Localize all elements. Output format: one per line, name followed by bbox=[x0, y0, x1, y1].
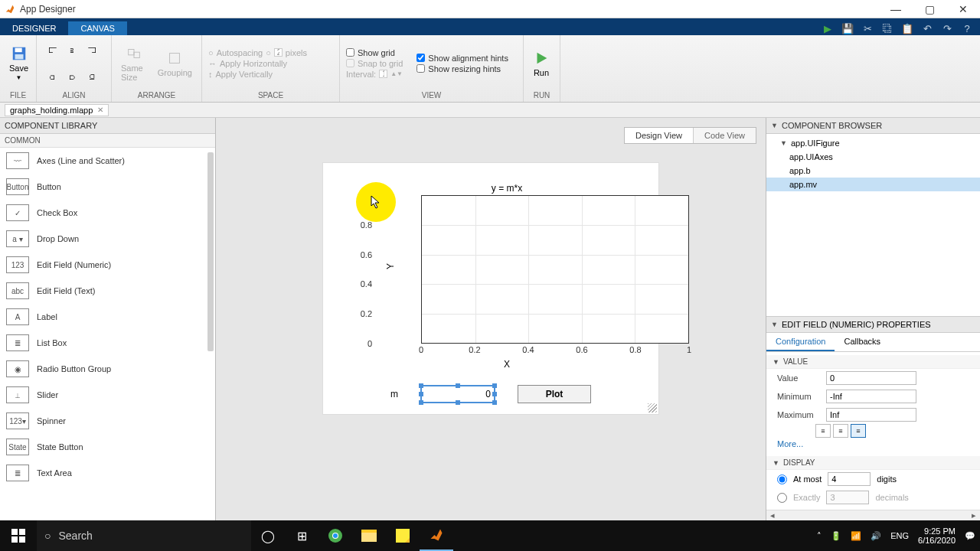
component-item[interactable]: ≣Text Area bbox=[0, 460, 215, 486]
horizontal-scrollbar[interactable]: ◂▸ bbox=[766, 510, 980, 520]
more-link[interactable]: More... bbox=[766, 438, 980, 450]
cut-icon[interactable]: ✂ bbox=[861, 21, 874, 35]
notifications-icon[interactable]: 💬 bbox=[965, 531, 975, 541]
save-icon[interactable]: 💾 bbox=[841, 21, 854, 35]
component-item[interactable]: 123▾Spinner bbox=[0, 408, 215, 434]
svg-point-12 bbox=[333, 533, 338, 538]
component-icon: ≣ bbox=[6, 334, 29, 351]
align-hints-checkbox[interactable]: Show alignment hints bbox=[416, 54, 508, 63]
exactly-radio[interactable]: Exactly decimals bbox=[766, 488, 980, 507]
component-item[interactable]: StateState Button bbox=[0, 434, 215, 460]
scrollbar-thumb[interactable] bbox=[207, 152, 214, 351]
code-view-tab[interactable]: Code View bbox=[694, 128, 756, 143]
tree-item-selected[interactable]: app.mv bbox=[766, 178, 980, 191]
component-icon: State bbox=[6, 439, 29, 455]
atmost-input[interactable] bbox=[828, 472, 871, 486]
component-item[interactable]: ◉Radio Button Group bbox=[0, 356, 215, 382]
component-icon: 123 bbox=[6, 256, 29, 273]
component-item[interactable]: ALabel bbox=[0, 304, 215, 330]
resize-handle-icon[interactable] bbox=[648, 403, 657, 412]
autospacing-radio: ○Autospacing ○ pixels bbox=[208, 48, 307, 57]
save-button[interactable]: Save▼ bbox=[6, 44, 31, 83]
align-right-button[interactable]: ⫎ bbox=[83, 41, 101, 59]
design-view-tab[interactable]: Design View bbox=[625, 128, 694, 143]
wifi-icon[interactable]: 📶 bbox=[851, 531, 861, 541]
align-text-left-button[interactable]: ≡ bbox=[815, 424, 831, 438]
copy-icon[interactable]: ⿻ bbox=[880, 21, 894, 35]
component-item[interactable]: ButtonButton bbox=[0, 174, 215, 200]
maximize-button[interactable]: ▢ bbox=[913, 0, 946, 18]
run-icon[interactable]: ▶ bbox=[821, 21, 835, 35]
maximum-input[interactable] bbox=[826, 408, 916, 422]
align-text-right-button[interactable]: ≡ bbox=[851, 424, 866, 438]
align-center-h-button[interactable]: ⫆ bbox=[63, 41, 81, 59]
paste-icon[interactable]: 📋 bbox=[900, 21, 914, 35]
svg-rect-5 bbox=[170, 53, 180, 63]
minimize-button[interactable]: — bbox=[879, 0, 913, 18]
x-tick: 0 bbox=[419, 345, 423, 354]
show-grid-checkbox[interactable]: Show grid bbox=[346, 48, 403, 57]
battery-icon[interactable]: 🔋 bbox=[831, 531, 841, 541]
component-item[interactable]: ⟂Slider bbox=[0, 382, 215, 408]
x-tick: 1 bbox=[687, 345, 691, 354]
align-top-button[interactable]: ⫏ bbox=[43, 67, 61, 86]
task-view-icon[interactable]: ⊞ bbox=[285, 520, 318, 551]
tab-callbacks[interactable]: Callbacks bbox=[835, 333, 890, 351]
grouping-button[interactable]: Grouping bbox=[155, 48, 195, 79]
align-center-v-button[interactable]: ⫐ bbox=[63, 67, 81, 86]
y-tick: 0.8 bbox=[361, 220, 372, 230]
tree-item[interactable]: app.b bbox=[766, 164, 980, 178]
component-item[interactable]: a ▾Drop Down bbox=[0, 226, 215, 252]
align-left-button[interactable]: ⫍ bbox=[43, 41, 61, 59]
toolstrip: Save▼ FILE ⫍ ⫆ ⫎ ⫏ ⫐ ⫑ ALIGN Same Size G… bbox=[0, 35, 980, 103]
component-icon: ≣ bbox=[6, 465, 29, 481]
uiaxes[interactable]: y = m*x Y X 00.20.40.60.8100.20.40.60.81 bbox=[369, 171, 645, 354]
run-button[interactable]: Run bbox=[530, 48, 553, 79]
apply-vertical-button: ↕ Apply Vertically bbox=[208, 70, 307, 79]
explorer-icon[interactable] bbox=[352, 520, 386, 551]
help-icon[interactable]: ? bbox=[960, 21, 974, 35]
value-input[interactable] bbox=[826, 371, 916, 385]
svg-rect-4 bbox=[134, 52, 139, 57]
tab-designer[interactable]: DESIGNER bbox=[0, 21, 68, 35]
component-item[interactable]: abcEdit Field (Text) bbox=[0, 278, 215, 304]
component-item[interactable]: ≣List Box bbox=[0, 330, 215, 356]
tab-configuration[interactable]: Configuration bbox=[766, 333, 835, 351]
close-file-icon[interactable]: ✕ bbox=[97, 106, 103, 114]
clock[interactable]: 9:25 PM6/16/2020 bbox=[918, 527, 956, 545]
minimum-input[interactable] bbox=[826, 390, 916, 403]
component-icon: abc bbox=[6, 282, 29, 299]
start-button[interactable] bbox=[0, 520, 37, 551]
same-size-button[interactable]: Same Size bbox=[118, 44, 150, 83]
cortana-icon[interactable]: ◯ bbox=[251, 520, 285, 551]
tree-item[interactable]: ▼app.UIFigure bbox=[766, 136, 980, 150]
component-item[interactable]: ✓Check Box bbox=[0, 200, 215, 226]
language-indicator[interactable]: ENG bbox=[890, 531, 909, 540]
component-item[interactable]: 〰Axes (Line and Scatter) bbox=[0, 148, 215, 174]
taskbar-search[interactable]: ○ Search bbox=[37, 520, 251, 551]
y-axis-label: Y bbox=[385, 263, 396, 269]
notes-icon[interactable] bbox=[386, 520, 420, 551]
svg-rect-7 bbox=[19, 529, 25, 535]
matlab-taskbar-icon[interactable] bbox=[420, 520, 453, 551]
undo-icon[interactable]: ↶ bbox=[920, 21, 934, 35]
plot-button[interactable]: Plot bbox=[518, 385, 591, 403]
tab-canvas[interactable]: CANVAS bbox=[68, 21, 126, 35]
tray-up-icon[interactable]: ˄ bbox=[817, 531, 822, 541]
y-tick: 0.2 bbox=[361, 309, 372, 318]
tree-item[interactable]: app.UIAxes bbox=[766, 150, 980, 164]
atmost-radio[interactable]: At most digits bbox=[766, 470, 980, 488]
align-bottom-button[interactable]: ⫑ bbox=[83, 67, 101, 86]
file-tab[interactable]: graphs_holding.mlapp ✕ bbox=[5, 104, 109, 116]
resize-hints-checkbox[interactable]: Show resizing hints bbox=[416, 64, 508, 73]
design-canvas[interactable]: Design View Code View y = m*x Y X 00.20.… bbox=[216, 118, 766, 520]
redo-icon[interactable]: ↷ bbox=[940, 21, 954, 35]
component-icon: ✓ bbox=[6, 204, 29, 221]
align-text-center-button[interactable]: ≡ bbox=[833, 424, 848, 438]
component-icon: ◉ bbox=[6, 360, 29, 377]
chrome-icon[interactable] bbox=[318, 520, 352, 551]
close-button[interactable]: ✕ bbox=[946, 0, 980, 18]
y-tick: 0.4 bbox=[361, 279, 372, 289]
component-item[interactable]: 123Edit Field (Numeric) bbox=[0, 252, 215, 278]
volume-icon[interactable]: 🔊 bbox=[871, 531, 881, 541]
